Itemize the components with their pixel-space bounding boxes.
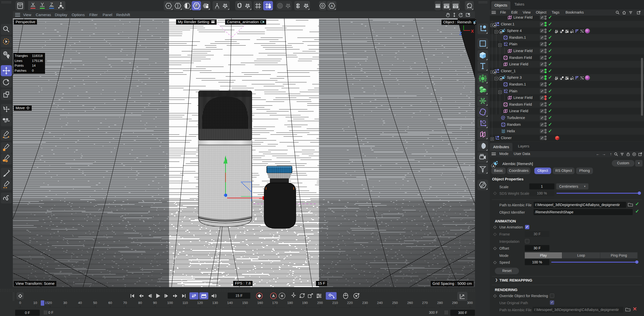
svg-text:A: A xyxy=(331,4,333,8)
svg-text:X: X xyxy=(471,29,474,34)
svg-text:Z: Z xyxy=(459,31,462,36)
svg-text:a: a xyxy=(474,22,475,24)
